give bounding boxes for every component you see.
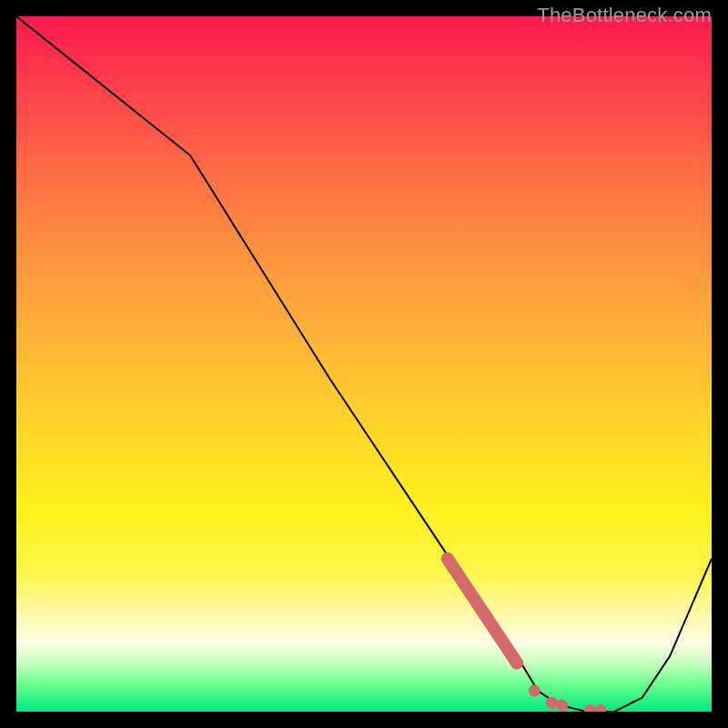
chart-container: TheBottleneck.com xyxy=(0,0,728,728)
marker-dot xyxy=(584,704,596,712)
chart-plot-area xyxy=(16,16,712,712)
marker-dot xyxy=(594,704,606,712)
chart-markers xyxy=(448,559,607,712)
watermark-text: TheBottleneck.com xyxy=(537,4,712,27)
marker-dot xyxy=(546,697,558,709)
marker-dot xyxy=(556,700,568,712)
chart-curve xyxy=(16,16,712,712)
marker-dot xyxy=(529,685,541,697)
marker-bar xyxy=(448,559,517,663)
chart-svg xyxy=(16,16,712,712)
